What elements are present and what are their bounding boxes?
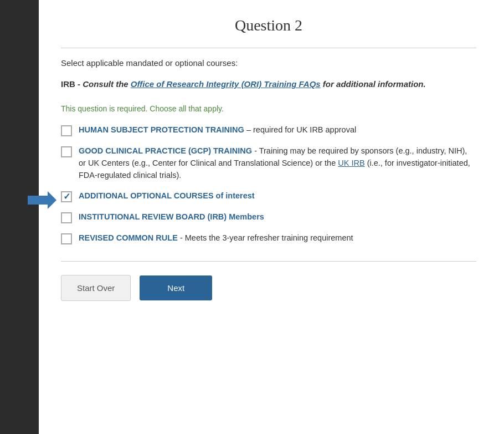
list-item: HUMAN SUBJECT PROTECTION TRAINING – requ… — [61, 124, 476, 136]
irb-suffix: for additional information. — [321, 79, 426, 89]
page-title: Question 2 — [61, 17, 476, 34]
uk-irb-link[interactable]: UK IRB — [338, 159, 364, 167]
options-list: HUMAN SUBJECT PROTECTION TRAINING – requ… — [61, 124, 476, 244]
instruction-text: Select applicable mandated or optional c… — [61, 58, 476, 68]
list-item: INSTITUTIONAL REVIEW BOARD (IRB) Members — [61, 211, 476, 223]
ori-link[interactable]: Office of Research Integrity (ORI) Train… — [131, 79, 321, 89]
option-label-1: HUMAN SUBJECT PROTECTION TRAINING – requ… — [79, 124, 476, 136]
list-item: ✓ ADDITIONAL OPTIONAL COURSES of interes… — [61, 190, 476, 202]
arrow-indicator — [28, 191, 56, 209]
checkbox-opt2[interactable] — [61, 146, 72, 157]
list-item: REVISED COMMON RULE - Meets the 3-year r… — [61, 232, 476, 244]
svg-marker-0 — [28, 191, 56, 209]
option-rest-1: – required for UK IRB approval — [246, 125, 356, 134]
required-text: This question is required. Choose all th… — [61, 104, 476, 113]
list-item: GOOD CLINICAL PRACTICE (GCP) TRAINING - … — [61, 145, 476, 181]
option-bold-2: GOOD CLINICAL PRACTICE (GCP) TRAINING — [79, 146, 252, 155]
option-bold-3: ADDITIONAL OPTIONAL COURSES of interest — [79, 191, 255, 200]
option-label-4: INSTITUTIONAL REVIEW BOARD (IRB) Members — [79, 211, 476, 223]
option-bold-4: INSTITUTIONAL REVIEW BOARD (IRB) Members — [79, 212, 264, 221]
checkmark-icon: ✓ — [63, 192, 70, 201]
checkbox-opt5[interactable] — [61, 233, 72, 244]
checkbox-opt3[interactable]: ✓ — [61, 191, 72, 202]
checkbox-opt4[interactable] — [61, 212, 72, 223]
option-label-2: GOOD CLINICAL PRACTICE (GCP) TRAINING - … — [79, 145, 476, 181]
start-over-button[interactable]: Start Over — [61, 275, 131, 301]
option-label-5: REVISED COMMON RULE - Meets the 3-year r… — [79, 232, 476, 244]
bottom-divider — [61, 261, 476, 262]
left-sidebar — [0, 0, 39, 434]
irb-note: IRB - Consult the Office of Research Int… — [61, 78, 476, 91]
option-bold-1: HUMAN SUBJECT PROTECTION TRAINING — [79, 125, 244, 134]
main-content: Question 2 Select applicable mandated or… — [39, 0, 504, 434]
option-label-3: ADDITIONAL OPTIONAL COURSES of interest — [79, 190, 476, 202]
next-button[interactable]: Next — [140, 275, 212, 300]
checkbox-opt1[interactable] — [61, 125, 72, 136]
top-divider — [61, 48, 476, 48]
button-row: Start Over Next — [61, 275, 476, 301]
irb-prefix: IRB - Consult the — [61, 79, 131, 89]
option-rest-5: - Meets the 3-year refresher training re… — [180, 233, 353, 242]
option-bold-5: REVISED COMMON RULE — [79, 233, 178, 242]
